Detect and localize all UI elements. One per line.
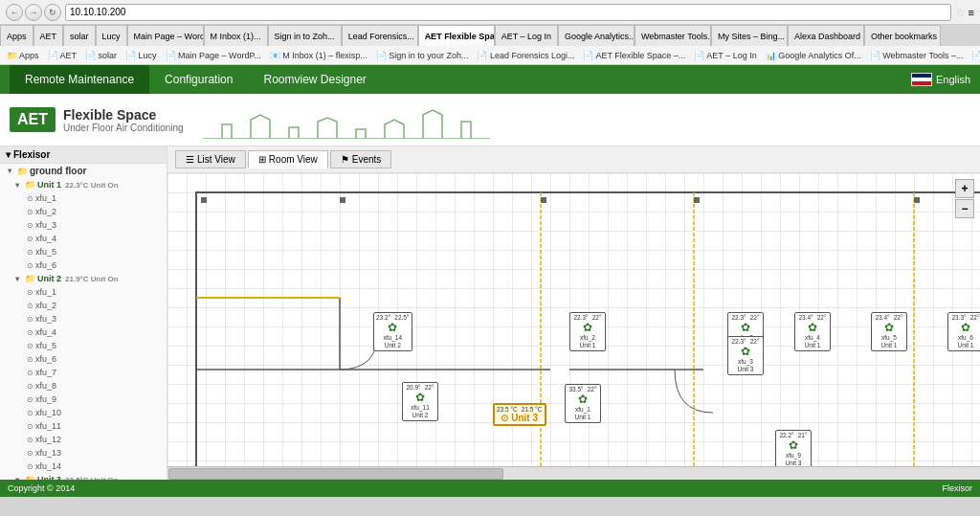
bookmark-apps[interactable]: 📁 Apps [4,50,42,61]
device-icon: ⊙ [27,409,33,417]
sidebar-device-xfu2-1[interactable]: ⊙ xfu_1 [0,285,167,299]
tab-lead[interactable]: Lead Forensics... [342,25,418,46]
bookmark-analytics[interactable]: 📊 Google Analytics Of... [763,50,864,61]
bookmark-lucy[interactable]: 📄 Lucy [122,50,160,61]
tab-bing[interactable]: My Sites – Bing... [711,25,788,46]
scrollbar-thumb[interactable] [168,468,503,480]
zoom-in-button[interactable]: + [955,179,974,198]
hvac-temps: 33.5° 22° [568,386,596,393]
logo-text: Flexible Space Under Floor Air Condition… [63,107,184,133]
temp2: 21.5 °C [522,406,543,413]
view-tabs: ☰ List View ⊞ Room View ⚑ Events [167,146,980,173]
tab-list-view[interactable]: ☰ List View [175,150,246,168]
room-view-label: Room View [269,154,318,165]
bookmark-aet[interactable]: 📄 AET [45,50,80,61]
hvac-unit-xfu1-u1[interactable]: 22.3° 22° ✿ xfu_2Unit 1 [569,312,606,351]
temp1: 23.4° [798,314,813,321]
hvac-unit-xfu5[interactable]: 23.4° 22° ✿ xfu_5Unit 1 [871,312,907,351]
sidebar-device-xfu2-11[interactable]: ⊙ xfu_11 [0,419,167,433]
reload-button[interactable]: ↻ [44,4,61,21]
bookmark-lead[interactable]: 📄 Lead Forensics Logi... [474,50,577,61]
tab-inbox[interactable]: M Inbox (1)... [204,25,268,46]
sidebar-device-xfu2-9[interactable]: ⊙ xfu_9 [0,393,167,406]
sidebar-item-ground-floor[interactable]: ▾ 📁 ground floor [0,164,167,178]
tab-aet[interactable]: AET [33,25,64,46]
bookmark-bing[interactable]: 📄 My Sites – Bing Webs... [969,50,980,61]
bookmark-zoho[interactable]: 📄 Sign in to your Zoh... [373,50,472,61]
sidebar-device-xfu2-13[interactable]: ⊙ xfu_13 [0,446,167,460]
sidebar-device-xfu2-10[interactable]: ⊙ xfu_10 [0,406,167,419]
hvac-unit-xfu9[interactable]: 22.2° 21° ✿ xfu_9Unit 3 [775,430,812,469]
hvac-unit-xfu11[interactable]: 20.9° 22° ✿ xfu_11Unit 2 [402,382,438,421]
sidebar-device-xfu2-4[interactable]: ⊙ xfu_4 [0,325,167,339]
tab-room-view[interactable]: ⊞ Room View [248,150,328,168]
sidebar-unit-1[interactable]: ▾ 📁 Unit 1 22.3°C Unit On [0,178,167,191]
back-button[interactable]: ← [6,4,23,21]
device-icon: ⊙ [27,462,33,471]
device-icon: ⊙ [27,422,33,431]
horizontal-scrollbar[interactable] [167,466,980,480]
sidebar-device-xfu1-1[interactable]: ⊙ xfu_1 [0,191,167,205]
tab-other[interactable]: Other bookmarks [864,25,941,46]
sidebar-unit-3[interactable]: ▾ 📁 Unit 3 22.5°C Unit On [0,473,167,480]
hvac-unit-3-selected[interactable]: 23.5 °C 21.5 °C ⊙ Unit 3 [493,403,546,426]
tab-aet-flexible[interactable]: AET Flexible Space –... [418,25,495,46]
temp1: 22.3° [573,314,588,321]
nav-items: Remote Maintenance Configuration Roomvie… [10,65,382,94]
events-icon: ⚑ [341,154,349,165]
bookmark-aet-flexible[interactable]: 📄 AET Flexible Space –... [580,50,688,61]
hvac-unit-xfu1-lower[interactable]: 33.5° 22° ✿ xfu_1Unit 1 [565,384,601,423]
nav-remote-maintenance[interactable]: Remote Maintenance [10,65,149,94]
bookmark-webmaster[interactable]: 📄 Webmaster Tools –... [867,50,967,61]
nav-configuration[interactable]: Configuration [149,65,248,94]
sidebar-device-xfu2-8[interactable]: ⊙ xfu_8 [0,379,167,393]
tab-analytics[interactable]: Google Analytics... [558,25,635,46]
sidebar-arrow: ▾ [6,149,11,160]
sidebar-device-xfu2-12[interactable]: ⊙ xfu_12 [0,433,167,446]
sidebar-device-xfu2-14[interactable]: ⊙ xfu_14 [0,460,167,473]
app-container: Remote Maintenance Configuration Roomvie… [0,65,980,497]
fan-icon: ✿ [741,345,750,358]
bookmarks-bar: 📁 Apps 📄 AET 📄 solar 📄 Lucy 📄 Main Page … [0,46,980,65]
temp2: 22° [970,314,980,321]
tab-webmaster[interactable]: Webmaster Tools... [635,25,711,46]
floor-arrow-icon: ▾ [8,167,15,175]
sidebar-device-xfu1-5[interactable]: ⊙ xfu_5 [0,245,167,258]
tab-alexa[interactable]: Alexa Dashboard [788,25,864,46]
sidebar-unit-2[interactable]: ▾ 📁 Unit 2 21.9°C Unit On [0,272,167,285]
language-selector[interactable]: English [911,73,970,86]
bookmark-aet-login[interactable]: 📄 AET – Log In [691,50,759,61]
device-icon: ⊙ [27,328,33,337]
url-bar[interactable] [65,4,951,21]
sidebar-device-xfu2-3[interactable]: ⊙ xfu_3 [0,312,167,325]
hvac-unit-xfu6[interactable]: 23.3° 22° ✿ xfu_6Unit 1 [947,312,980,351]
sidebar-device-xfu2-2[interactable]: ⊙ xfu_2 [0,299,167,312]
sidebar-device-xfu2-7[interactable]: ⊙ xfu_7 [0,366,167,379]
sidebar-device-xfu2-6[interactable]: ⊙ xfu_6 [0,352,167,366]
sidebar-device-xfu2-5[interactable]: ⊙ xfu_5 [0,339,167,352]
hvac-unit-xfu4[interactable]: 23.4° 22° ✿ xfu_4Unit 1 [794,312,831,351]
bookmark-inbox[interactable]: 📧 M Inbox (1) – flexisp... [267,50,370,61]
nav-roomview[interactable]: Roomview Designer [248,65,381,94]
zoom-out-button[interactable]: − [955,199,974,218]
sidebar-device-xfu1-3[interactable]: ⊙ xfu_3 [0,218,167,232]
tab-lucy[interactable]: Lucy [96,25,127,46]
tab-wordpress[interactable]: Main Page – WordP... [127,25,204,46]
device-icon: ⊙ [27,342,33,350]
tab-zoho[interactable]: Sign in to Zoh... [268,25,342,46]
forward-button[interactable]: → [25,4,42,21]
sidebar-device-xfu1-2[interactable]: ⊙ xfu_2 [0,205,167,218]
tab-events[interactable]: ⚑ Events [330,150,392,168]
hvac-unit-xfu3-mid[interactable]: 22.3° 22° ✿ xfu_3Unit 3 [727,336,764,375]
tab-solar[interactable]: solar [63,25,96,46]
aet-logo: AET [10,107,56,132]
bookmark-main[interactable]: 📄 Main Page – WordP... [163,50,264,61]
tab-apps[interactable]: Apps [0,25,33,46]
sidebar-device-xfu1-6[interactable]: ⊙ xfu_6 [0,258,167,272]
unit-label: xfu_2Unit 1 [580,334,596,349]
tab-aet-login[interactable]: AET – Log In [495,25,558,46]
hvac-unit-xfu14[interactable]: 23.2° 22.5° ✿ xfu_14Unit 2 [373,312,412,351]
list-view-icon: ☰ [186,154,194,165]
sidebar-device-xfu1-4[interactable]: ⊙ xfu_4 [0,232,167,245]
bookmark-solar[interactable]: 📄 solar [82,50,120,61]
